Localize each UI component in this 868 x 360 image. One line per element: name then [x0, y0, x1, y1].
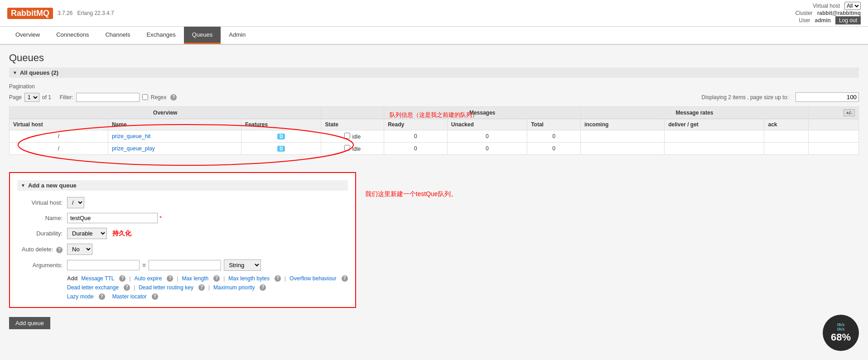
- filter-input[interactable]: [76, 93, 140, 102]
- regex-label: Regex: [151, 94, 167, 101]
- pagination-section: Pagination Page 1 of 1 Filter: Regex ?: [9, 83, 859, 102]
- row2-name[interactable]: prize_queue_play: [108, 143, 241, 155]
- auto-delete-row: Auto delete: ? No Yes: [17, 244, 348, 255]
- regex-help-icon[interactable]: ?: [170, 94, 177, 101]
- logo: RabbitMQ: [7, 8, 53, 19]
- page-title: Queues: [9, 52, 859, 64]
- plus-minus-button[interactable]: +/-: [844, 109, 855, 116]
- row1-vhost: /: [10, 130, 108, 143]
- filter-label: Filter:: [60, 94, 73, 101]
- auto-delete-select[interactable]: No Yes: [67, 244, 92, 255]
- link-max-length[interactable]: Max length: [182, 275, 208, 282]
- row1-spacer: [808, 130, 858, 143]
- feature-badge-d2: D: [277, 146, 285, 152]
- name-row: Name: *: [17, 213, 348, 223]
- max-length-bytes-help[interactable]: ?: [275, 275, 281, 282]
- row1-state: idle: [321, 130, 384, 143]
- col-spacer: [808, 119, 858, 130]
- version-info: 3.7.26 Erlang 22.3.4.7: [58, 10, 114, 16]
- arguments-row: Arguments: = String Number Boolean List: [17, 259, 348, 271]
- row2-unacked: 0: [447, 143, 527, 155]
- col-deliver-get: deliver / get: [665, 119, 764, 130]
- durability-select[interactable]: Durable Transient: [67, 228, 107, 239]
- equals-sign: =: [142, 262, 146, 269]
- arguments-key-input[interactable]: [67, 260, 140, 270]
- row1-unacked: 0: [447, 130, 527, 143]
- link-max-length-bytes[interactable]: Max length bytes: [228, 275, 270, 282]
- row1-state-checkbox[interactable]: [344, 133, 350, 139]
- row1-ready: 0: [384, 130, 448, 143]
- vhost-form-label: Virtual host:: [17, 199, 67, 206]
- auto-delete-help-icon[interactable]: ?: [56, 247, 63, 253]
- dead-letter-exchange-help[interactable]: ?: [124, 284, 130, 291]
- add-queue-button[interactable]: Add queue: [9, 317, 50, 329]
- logout-button[interactable]: Log out: [835, 16, 861, 24]
- monitor-rate1: 0k/s: [837, 322, 845, 327]
- row1-features: D: [241, 130, 321, 143]
- col-ready: Ready: [384, 119, 448, 130]
- add-triangle-icon: ▼: [21, 183, 25, 188]
- nav-channels[interactable]: Channels: [97, 27, 138, 44]
- add-queue-section: ▼ Add a new queue Virtual host: / Name: …: [9, 172, 356, 308]
- row2-features: D: [241, 143, 321, 155]
- top-right-info: Virtual host All Cluster rabbit@rabbitmq…: [796, 2, 861, 24]
- name-input[interactable]: [67, 213, 158, 223]
- add-queue-title: Add a new queue: [28, 182, 77, 189]
- lazy-mode-help[interactable]: ?: [99, 293, 105, 300]
- overflow-help[interactable]: ?: [342, 275, 348, 282]
- add-queue-vhost-select[interactable]: /: [67, 197, 84, 208]
- row2-state: idle: [321, 143, 384, 155]
- row1-deliver-get: [665, 130, 764, 143]
- link-lazy-mode[interactable]: Lazy mode: [67, 293, 94, 300]
- row1-ack: [764, 130, 808, 143]
- col-total: Total: [527, 119, 581, 130]
- nav-admin[interactable]: Admin: [221, 27, 254, 44]
- col-name: Name: [108, 119, 241, 130]
- dead-letter-routing-key-help[interactable]: ?: [198, 284, 205, 291]
- arguments-value-input[interactable]: [149, 260, 221, 270]
- nav-queues[interactable]: Queues: [184, 27, 221, 44]
- nav-connections[interactable]: Connections: [48, 27, 97, 44]
- row2-total: 0: [527, 143, 581, 155]
- virtual-host-label: Virtual host: [813, 3, 840, 9]
- row1-name[interactable]: prize_queue_hit: [108, 130, 241, 143]
- link-dead-letter-exchange[interactable]: Dead letter exchange: [67, 284, 119, 291]
- link-overflow-behaviour[interactable]: Overflow behaviour: [289, 275, 336, 282]
- page-select[interactable]: 1: [24, 93, 39, 102]
- nav-overview[interactable]: Overview: [7, 27, 48, 44]
- table-row: / prize_queue_hit D idle 0 0 0: [10, 130, 859, 143]
- maximum-priority-help[interactable]: ?: [260, 284, 266, 291]
- regex-checkbox[interactable]: [142, 94, 148, 100]
- nav-bar: Overview Connections Channels Exchanges …: [0, 27, 868, 45]
- add-links-row3: Lazy mode ? Master locator ?: [67, 293, 348, 300]
- link-maximum-priority[interactable]: Maximum priority: [213, 284, 255, 291]
- master-locator-help[interactable]: ?: [152, 293, 158, 300]
- col-vhost: Virtual host: [10, 119, 108, 130]
- add-links-row2: Dead letter exchange ? | Dead letter rou…: [67, 284, 348, 291]
- link-dead-letter-routing-key[interactable]: Dead letter routing key: [139, 284, 193, 291]
- link-master-locator[interactable]: Master locator: [112, 293, 147, 300]
- link-message-ttl[interactable]: Message TTL: [81, 275, 114, 282]
- group-overview-header: Overview: [10, 107, 321, 119]
- row2-state-checkbox[interactable]: [344, 145, 350, 151]
- plus-minus-th: +/-: [808, 107, 858, 119]
- row2-deliver-get: [665, 143, 764, 155]
- pagination-label: Pagination: [9, 83, 859, 90]
- user-label: User: [799, 17, 810, 24]
- virtual-host-select[interactable]: All: [844, 2, 861, 10]
- max-length-help[interactable]: ?: [213, 275, 220, 282]
- triangle-icon: ▼: [13, 70, 17, 75]
- arguments-type-select[interactable]: String Number Boolean List: [224, 259, 261, 271]
- col-features: Features: [241, 119, 321, 130]
- message-ttl-help[interactable]: ?: [119, 275, 125, 282]
- annotation-queue-info: 队列信息（这是我之前建的队列）: [390, 111, 478, 119]
- nav-exchanges[interactable]: Exchanges: [138, 27, 183, 44]
- row2-ready: 0: [384, 143, 448, 155]
- auto-expire-help[interactable]: ?: [167, 275, 173, 282]
- link-auto-expire[interactable]: Auto expire: [135, 275, 162, 282]
- row1-incoming: [581, 130, 665, 143]
- durability-form-label: Durability:: [17, 230, 67, 237]
- user-value: admin: [815, 17, 831, 24]
- auto-delete-label: Auto delete: ?: [17, 246, 67, 253]
- page-size-input[interactable]: [796, 92, 859, 102]
